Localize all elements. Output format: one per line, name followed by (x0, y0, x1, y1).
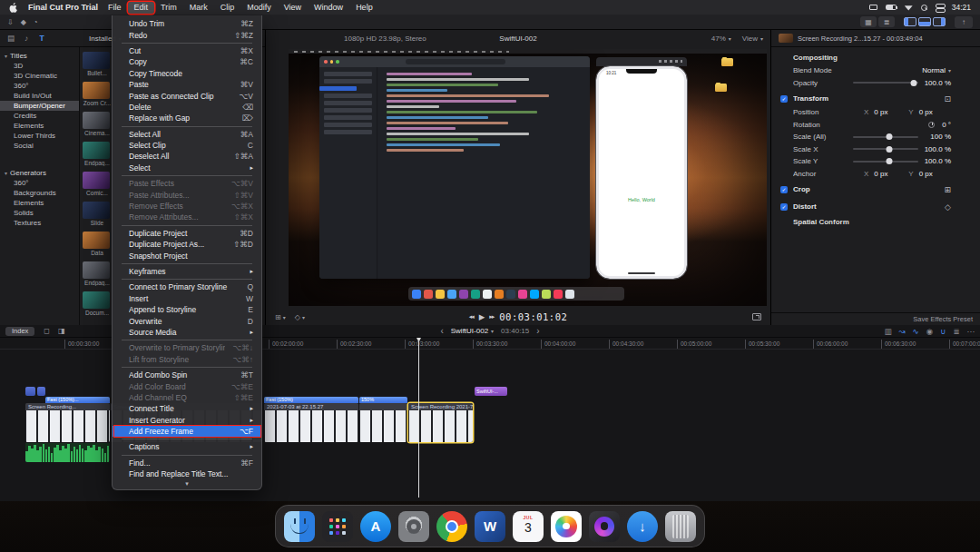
slider-knob[interactable] (910, 80, 916, 86)
menu-item-connect-title[interactable]: Connect Title▸ (113, 403, 261, 414)
menu-item-duplicate-project-as[interactable]: Duplicate Project As...⇧⌘D (113, 239, 261, 250)
titles-browser-icon[interactable]: T (36, 33, 47, 44)
clip-appearance-icon[interactable]: ≣ (953, 327, 959, 336)
sidebar-item-3d[interactable]: 3D (0, 61, 79, 71)
menu-help[interactable]: Help (349, 2, 379, 14)
menu-item-keyframes[interactable]: Keyframes▸ (113, 266, 261, 277)
menu-item-redo[interactable]: Redo⇧⌘Z (113, 29, 261, 40)
project-title-dropdown[interactable]: SwiftUI-002 ▾ (451, 327, 494, 335)
wifi-icon[interactable] (905, 5, 913, 11)
menu-item-cut[interactable]: Cut⌘X (113, 45, 261, 56)
menu-item-connect-to-primary-storyline[interactable]: Connect to Primary StorylineQ (113, 281, 261, 292)
timeline-forward-arrow[interactable]: › (536, 326, 539, 336)
select-tool-icon[interactable]: ◻ (44, 327, 50, 335)
viewer-video[interactable]: 10:21 Hello, World (289, 49, 767, 306)
menu-item-source-media[interactable]: Source Media▸ (113, 327, 261, 338)
title-thumbnail[interactable]: Zoom Cr... (83, 82, 112, 106)
menu-mark[interactable]: Mark (183, 2, 214, 14)
scale-y-value[interactable]: 100.0 % (925, 157, 951, 165)
menu-item-captions[interactable]: Captions▸ (113, 441, 261, 452)
inspector-row-anchor[interactable]: AnchorX0 pxY0 px (793, 168, 971, 181)
audio-browser-icon[interactable]: ♪ (21, 33, 32, 44)
title-thumbnail[interactable]: Docum... (83, 291, 112, 316)
inspector-row-transform[interactable]: ✓Transform⊡ (793, 91, 971, 106)
slider-knob[interactable] (886, 158, 892, 164)
position-x-value[interactable]: 0 px (874, 108, 896, 116)
menu-item-select[interactable]: Select▸ (113, 163, 261, 173)
menu-modify[interactable]: Modify (240, 2, 278, 14)
opacity-value[interactable]: 100.0 % (925, 79, 951, 87)
audio-skimming-icon[interactable]: ∿ (913, 327, 919, 336)
dock-launchpad[interactable] (322, 511, 353, 542)
rotation-dial-icon[interactable] (928, 122, 935, 128)
title-clip[interactable] (25, 387, 35, 396)
sidebar-section-generators[interactable]: ▾Generators (0, 167, 79, 178)
opacity-slider[interactable] (853, 82, 918, 84)
timeline-toggle-icon[interactable] (918, 17, 931, 26)
title-thumbnail[interactable]: Cinema... (83, 112, 112, 136)
menu-item-select-all[interactable]: Select All⌘A (113, 129, 261, 140)
dock-system-preferences[interactable] (398, 511, 429, 542)
menu-item-undo-trim[interactable]: Undo Trim⌘Z (113, 18, 261, 29)
save-effects-preset-button[interactable]: Save Effects Preset (913, 315, 973, 323)
viewer-timecode[interactable]: 00:03:01:02 (499, 311, 567, 322)
scale-all-slider[interactable] (853, 136, 918, 138)
control-center-icon[interactable] (936, 4, 944, 11)
title-thumbnail[interactable]: Slide (83, 202, 112, 226)
speed-bar[interactable]: Fast (150%)... (45, 397, 110, 403)
video-clip[interactable]: 2021-07-03 at 22.15.27 (264, 403, 358, 442)
scale-y-slider[interactable] (853, 161, 918, 163)
menu-item-find[interactable]: Find...⌘F (113, 458, 261, 468)
display-icon[interactable] (869, 5, 877, 10)
apple-menu[interactable] (9, 3, 17, 13)
video-clip[interactable]: Screen Recording... (25, 403, 110, 442)
menu-item-paste-as-connected-clip[interactable]: Paste as Connected Clip⌥V (113, 90, 261, 101)
browser-toggle-icon[interactable] (904, 17, 916, 26)
rotation-value[interactable]: 0 ° (942, 121, 951, 129)
inspector-row-scale-x[interactable]: Scale X100.0 % (793, 143, 971, 156)
timeline-back-arrow[interactable]: ‹ (440, 326, 443, 336)
menu-item-find-and-replace-title-text[interactable]: Find and Replace Title Text... (113, 468, 261, 479)
dock-app-store[interactable]: A (360, 511, 391, 542)
audio-meter-icon[interactable]: ▥ (884, 327, 891, 336)
sidebar-item-solids[interactable]: Solids (0, 208, 79, 218)
dock-calendar[interactable]: JUL3 (513, 511, 544, 542)
blend-mode-select[interactable]: Normal▾ (922, 66, 951, 74)
menu-clip[interactable]: Clip (214, 2, 241, 14)
video-browser-icon[interactable]: ▤ (5, 33, 16, 44)
dock-final-cut-pro[interactable] (589, 511, 620, 542)
menu-bar-clock[interactable]: 34:21 (952, 3, 971, 12)
sidebar-item-backgrounds[interactable]: Backgrounds (0, 188, 79, 198)
position-y-value[interactable]: 0 px (919, 108, 941, 116)
title-thumbnail[interactable]: Bullet... (83, 52, 112, 76)
skip-forward-icon[interactable]: ▸▸ (489, 313, 494, 320)
skimming-icon[interactable]: ↝ (898, 327, 905, 336)
menu-item-select-clip[interactable]: Select ClipC (113, 140, 261, 151)
viewer-view-dropdown[interactable]: View▾ (742, 34, 763, 43)
battery-icon[interactable] (886, 5, 897, 10)
index-button[interactable]: Index (5, 327, 34, 336)
checkbox[interactable]: ✓ (780, 186, 788, 193)
title-clip[interactable] (37, 387, 45, 396)
menu-item-delete[interactable]: Delete⌫ (113, 102, 261, 113)
inspector-row-scale-y[interactable]: Scale Y100.0 % (793, 155, 971, 168)
scale-all-value[interactable]: 100 % (930, 133, 951, 141)
speed-bar[interactable]: 150% (359, 397, 407, 403)
menu-item-duplicate-project[interactable]: Duplicate Project⌘D (113, 228, 261, 239)
sidebar-item-360[interactable]: 360° (0, 81, 79, 91)
share-button[interactable]: ↑ (955, 16, 973, 28)
sidebar-item-lower-thirds[interactable]: Lower Thirds (0, 131, 79, 141)
skip-back-icon[interactable]: ◂◂ (469, 313, 474, 320)
menu-view[interactable]: View (278, 2, 308, 14)
title-thumbnail[interactable]: Endpag... (83, 142, 112, 166)
menu-trim[interactable]: Trim (154, 2, 183, 14)
anchor-x-value[interactable]: 0 px (874, 170, 896, 178)
inspector-row-position[interactable]: PositionX0 pxY0 px (793, 106, 971, 119)
sidebar-item-360[interactable]: 360° (0, 178, 79, 188)
inspector-row-blend-mode[interactable]: Blend ModeNormal▾ (793, 64, 971, 77)
slider-knob[interactable] (886, 146, 892, 153)
fullscreen-icon[interactable] (752, 313, 761, 320)
crop-icon[interactable]: ⊞▾ (275, 313, 286, 321)
sidebar-item-elements[interactable]: Elements (0, 198, 79, 208)
sidebar-item-build-in-out[interactable]: Build In/Out (0, 91, 79, 101)
